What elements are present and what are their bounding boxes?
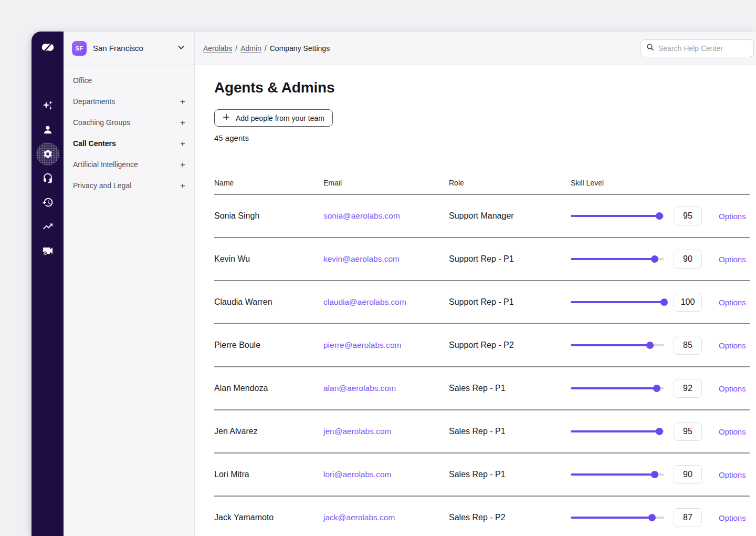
add-people-button[interactable]: Add people from your team (214, 109, 333, 127)
breadcrumb-link-admin[interactable]: Admin (240, 44, 261, 53)
trend-up-icon[interactable] (36, 215, 59, 238)
skill-cell: Options (571, 508, 750, 527)
dialpad-logo-icon[interactable] (39, 39, 56, 56)
skill-slider[interactable] (571, 255, 664, 263)
skill-slider[interactable] (571, 298, 664, 306)
header-name: Name (214, 179, 323, 187)
video-settings-icon[interactable] (36, 239, 59, 262)
breadcrumb-link-aerolabs[interactable]: Aerolabs (203, 44, 232, 53)
content-area: Aerolabs / Admin / Company Settings Agen… (195, 32, 756, 536)
sidebar-item-artificial-intelligence[interactable]: Artificial Intelligence + (64, 154, 194, 175)
agents-table-body: Sonia Singh sonia@aerolabs.com Support M… (214, 195, 750, 536)
table-row: Sonia Singh sonia@aerolabs.com Support M… (214, 195, 750, 238)
search-input[interactable] (658, 44, 748, 53)
headset-icon[interactable] (36, 167, 59, 190)
agent-email-link[interactable]: jack@aerolabs.com (323, 513, 449, 522)
options-link[interactable]: Options (719, 513, 746, 522)
skill-slider-thumb[interactable] (651, 471, 658, 478)
skill-slider-thumb[interactable] (648, 514, 656, 521)
agent-email-link[interactable]: alan@aerolabs.com (323, 384, 449, 393)
agent-email-link[interactable]: kevin@aerolabs.com (323, 254, 449, 264)
skill-slider[interactable] (571, 342, 664, 349)
skill-slider-fill (571, 517, 652, 519)
skill-slider[interactable] (571, 428, 664, 435)
agent-email-link[interactable]: claudia@aerolabs.com (323, 297, 449, 307)
workspace-name: San Francisco (93, 44, 143, 53)
skill-value-input[interactable] (674, 250, 702, 269)
table-row: Jack Yamamoto jack@aerolabs.com Sales Re… (214, 497, 750, 536)
skill-value-input[interactable] (674, 293, 702, 312)
skill-slider[interactable] (571, 471, 664, 478)
skill-value-input[interactable] (674, 336, 702, 355)
sidebar-item-departments[interactable]: Departments + (64, 91, 194, 112)
nav-item-label: Artificial Intelligence (73, 160, 138, 169)
breadcrumb-separator: / (265, 44, 267, 53)
agent-role: Support Rep - P1 (449, 297, 571, 307)
agent-role: Sales Rep - P1 (449, 470, 571, 479)
table-row: Kevin Wu kevin@aerolabs.com Support Rep … (214, 238, 750, 281)
agent-email-link[interactable]: lori@aerolabs.com (323, 470, 449, 479)
agent-email-link[interactable]: pierre@aerolabs.com (323, 341, 449, 350)
options-link[interactable]: Options (719, 384, 746, 393)
sidebar-item-office[interactable]: Office + (64, 70, 194, 91)
workspace-selector[interactable]: SF San Francisco (64, 32, 194, 65)
topbar: Aerolabs / Admin / Company Settings (195, 32, 756, 65)
agent-role: Support Rep - P2 (449, 341, 571, 350)
nav-item-label: Privacy and Legal (73, 181, 131, 190)
skill-value-input[interactable] (674, 207, 702, 225)
sparkles-icon[interactable] (36, 94, 59, 117)
skill-slider-thumb[interactable] (651, 255, 658, 263)
skill-value-input[interactable] (674, 422, 702, 441)
agents-table: Name Email Role Skill Level Sonia Singh … (214, 179, 750, 536)
plus-icon[interactable]: + (180, 97, 185, 106)
sidebar-item-coaching-groups[interactable]: Coaching Groups + (64, 112, 194, 133)
skill-slider[interactable] (571, 385, 664, 392)
options-link[interactable]: Options (719, 427, 746, 436)
skill-cell: Options (571, 465, 750, 484)
help-search[interactable] (640, 39, 754, 57)
plus-icon[interactable]: + (180, 181, 185, 190)
skill-slider-thumb[interactable] (646, 342, 654, 349)
nav-panel: SF San Francisco Office + Departments + … (64, 32, 195, 536)
workspace-badge: SF (72, 41, 87, 56)
history-icon[interactable] (36, 191, 59, 214)
options-link[interactable]: Options (719, 212, 746, 221)
options-link[interactable]: Options (719, 341, 746, 350)
nav-item-label: Call Centers (73, 139, 116, 148)
skill-slider-fill (571, 344, 650, 346)
skill-value-input[interactable] (674, 379, 702, 398)
agent-name: Lori Mitra (214, 470, 323, 479)
gear-icon[interactable] (36, 142, 59, 166)
agent-role: Sales Rep - P1 (449, 427, 571, 436)
skill-slider-thumb[interactable] (656, 212, 663, 220)
skill-slider[interactable] (571, 514, 664, 521)
sidebar-item-call-centers[interactable]: Call Centers + (64, 133, 194, 154)
skill-slider-fill (571, 258, 655, 260)
skill-slider[interactable] (571, 212, 664, 220)
person-icon[interactable] (36, 118, 59, 141)
skill-slider-thumb[interactable] (653, 385, 660, 392)
skill-cell: Options (571, 379, 750, 398)
agent-role: Support Manager (449, 211, 571, 221)
skill-slider-thumb[interactable] (660, 298, 668, 306)
plus-icon[interactable]: + (180, 160, 185, 169)
app-window: SF San Francisco Office + Departments + … (32, 32, 756, 536)
skill-value-input[interactable] (674, 465, 702, 484)
plus-icon[interactable]: + (180, 139, 185, 148)
header-role: Role (449, 179, 571, 187)
agent-email-link[interactable]: sonia@aerolabs.com (323, 211, 449, 221)
skill-slider-thumb[interactable] (656, 428, 663, 435)
skill-cell: Options (571, 207, 750, 225)
sidebar-item-privacy-and-legal[interactable]: Privacy and Legal + (64, 175, 194, 196)
table-row: Alan Mendoza alan@aerolabs.com Sales Rep… (214, 367, 750, 410)
rail-icon-list (36, 94, 59, 262)
agent-count: 45 agents (214, 133, 750, 142)
options-link[interactable]: Options (719, 298, 746, 307)
skill-value-input[interactable] (674, 508, 702, 527)
agent-role: Sales Rep - P1 (449, 384, 571, 393)
options-link[interactable]: Options (719, 255, 746, 264)
agent-email-link[interactable]: jen@aerolabs.com (323, 427, 449, 436)
plus-icon[interactable]: + (180, 118, 185, 127)
options-link[interactable]: Options (719, 470, 746, 479)
table-row: Jen Alvarez jen@aerolabs.com Sales Rep -… (214, 410, 750, 453)
